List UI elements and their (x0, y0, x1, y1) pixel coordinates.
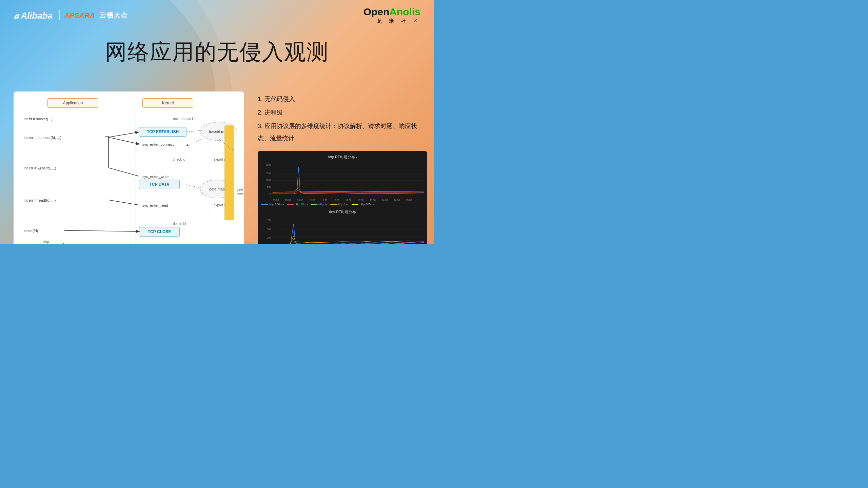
diagram-panel: Application Kernel int fd = socket(...) … (14, 92, 244, 244)
main-title-section: 网络应用的无侵入观测 (0, 30, 434, 74)
annotation-check: check id (173, 158, 185, 161)
cylinder-shape (224, 125, 234, 220)
chart1-legend: http.100ms http.10ms http.1s http.1s+ ht… (261, 203, 424, 206)
svg-text:200: 200 (267, 237, 271, 239)
apsara-cn-text: 云栖大会 (99, 12, 128, 19)
svg-text:0: 0 (270, 192, 271, 195)
svg-text:2000: 2000 (266, 164, 271, 166)
chart2-section: dns RT时延分布 400 300 200 100 (261, 209, 424, 244)
svg-line-10 (186, 130, 202, 132)
svg-line-14 (64, 230, 139, 231)
svg-text:400: 400 (267, 219, 271, 221)
alibaba-logo-icon: 𝒂 Alibaba (14, 9, 54, 21)
feature-2: 2. 进程级 (258, 106, 427, 119)
proto-list: httpmysqlredisdnsdubbohsf... (41, 239, 51, 244)
annotation-perf: perfevent (237, 188, 244, 196)
chart1-section: http RT时延分布 - 2000 1500 1000 500 0 (261, 155, 424, 206)
apsara-logo-text: APSARA 云栖大会 (64, 11, 128, 20)
svg-line-12 (186, 139, 202, 146)
code-line-3: int err = write(fd, ...) (24, 166, 56, 170)
header: 𝒂 Alibaba APSARA 云栖大会 OpenAnolis 龙 蜥 社 区 (0, 0, 434, 30)
svg-text:300: 300 (267, 228, 271, 230)
diagram-inner: Application Kernel int fd = socket(...) … (20, 98, 237, 244)
svg-text:1000: 1000 (266, 179, 271, 181)
syscall-write: sys_enter_write (142, 175, 169, 179)
svg-line-7 (108, 132, 138, 137)
openanolis-open: Open (363, 6, 390, 17)
logo-right: OpenAnolis 龙 蜥 社 区 (363, 6, 420, 24)
feature-list: 1. 无代码侵入 2. 进程级 3. 应用协议层的多维度统计：协议解析、请求时延… (258, 93, 427, 144)
charts-container: http RT时延分布 - 2000 1500 1000 500 0 (258, 151, 427, 244)
svg-text:1500: 1500 (266, 172, 271, 175)
svg-text:𝒂 Alibaba: 𝒂 Alibaba (14, 11, 53, 21)
code-line-4: int err = read(fd, ...) (24, 198, 56, 202)
code-line-2: int err = connect(fd, ...) (24, 136, 61, 140)
page-title: 网络应用的无侵入观测 (0, 37, 434, 67)
tcp-data-box: TCP DATA (139, 180, 180, 189)
right-content: 1. 无代码侵入 2. 进程级 3. 应用协议层的多维度统计：协议解析、请求时延… (258, 92, 427, 244)
kernel-box: Kernel (142, 98, 193, 108)
tcp-close-box: TCP CLOSE (139, 227, 180, 237)
svg-line-2 (108, 168, 139, 176)
feature-1: 1. 无代码侵入 (258, 93, 427, 105)
openanolis-anolis: Anolis (389, 6, 420, 17)
syscall-connect: sys_enter_connect (142, 142, 174, 146)
chart1-area: 2000 1500 1000 500 0 (261, 162, 424, 196)
proto-label: proto (58, 242, 66, 244)
openanolis-subtitle: 龙 蜥 社 区 (363, 18, 420, 24)
svg-text:500: 500 (267, 186, 271, 188)
separator-line (136, 108, 136, 244)
svg-line-1 (108, 137, 139, 144)
chart2-area: 400 300 200 100 (261, 217, 424, 244)
code-line-1: int fd = socket(...) (24, 117, 53, 121)
diagram-arrows (20, 98, 237, 244)
feature-3: 3. 应用协议层的多维度统计：协议解析、请求时延、响应状态、流量统计 (258, 120, 427, 144)
code-line-5: close(fd) (24, 229, 38, 233)
tcp-establish-box: TCP ESTABLISH (139, 127, 186, 137)
application-box: Application (47, 98, 98, 108)
logo-left: 𝒂 Alibaba APSARA 云栖大会 (14, 9, 128, 21)
chart2-title: dns RT时延分布 (261, 209, 424, 215)
syscall-read: sys_enter_read (142, 203, 168, 207)
chart1-x-labels: 09:30 10:00 10:30 11:00 11:30 12:00 12:3… (261, 199, 424, 201)
annotation-record: record trace id (173, 117, 195, 121)
svg-line-11 (186, 185, 201, 188)
svg-line-3 (108, 200, 139, 205)
chart1-title: http RT时延分布 - (261, 155, 424, 160)
annotation-delete: delete id (173, 222, 186, 226)
